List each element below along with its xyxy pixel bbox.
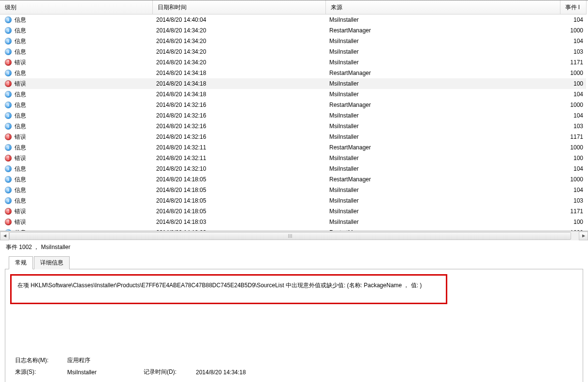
scroll-thumb[interactable] xyxy=(9,232,571,240)
error-icon xyxy=(5,155,12,162)
meta-logname-label: 日志名称(M): xyxy=(15,356,59,365)
table-row[interactable]: 错误2014/8/20 14:18:03MsiInstaller100 xyxy=(0,217,586,227)
datetime-cell: 2014/8/20 14:18:05 xyxy=(152,185,325,195)
eventid-cell: 104 xyxy=(560,36,586,46)
eventid-cell: 1000 xyxy=(560,68,586,78)
tab-details[interactable]: 详细信息 xyxy=(34,256,70,269)
source-cell: MsiInstaller xyxy=(325,15,560,26)
eventid-cell: 103 xyxy=(560,46,586,57)
eventid-cell: 1171 xyxy=(560,206,586,217)
info-icon xyxy=(5,112,12,119)
column-header-datetime[interactable]: 日期和时间 xyxy=(152,0,325,15)
meta-logname-value: 应用程序 xyxy=(67,356,135,365)
source-cell: MsiInstaller xyxy=(325,185,560,195)
datetime-cell: 2014/8/20 14:18:03 xyxy=(152,227,325,231)
datetime-cell: 2014/8/20 14:18:03 xyxy=(152,217,325,227)
source-cell: RestartManager xyxy=(325,25,560,36)
datetime-cell: 2014/8/20 14:32:11 xyxy=(152,142,325,153)
datetime-cell: 2014/8/20 14:34:18 xyxy=(152,78,325,89)
table-row[interactable]: 信息2014/8/20 14:34:20MsiInstaller104 xyxy=(0,36,586,46)
column-header-level[interactable]: 级别 xyxy=(0,0,152,15)
source-cell: RestartManager xyxy=(325,100,560,110)
table-row[interactable]: 信息2014/8/20 14:34:20MsiInstaller103 xyxy=(0,46,586,57)
event-list[interactable]: 级别 日期和时间 来源 事件 I 信息2014/8/20 14:40:04Msi… xyxy=(0,0,588,231)
datetime-cell: 2014/8/20 14:34:20 xyxy=(152,36,325,46)
table-row[interactable]: 信息2014/8/20 14:18:03RestartManager1000 xyxy=(0,227,586,231)
eventid-cell: 104 xyxy=(560,163,586,174)
eventid-cell: 1000 xyxy=(560,174,586,185)
eventid-cell: 103 xyxy=(560,121,586,132)
eventid-cell: 100 xyxy=(560,153,586,163)
eventid-cell: 104 xyxy=(560,89,586,100)
source-cell: MsiInstaller xyxy=(325,153,560,163)
level-text: 信息 xyxy=(15,16,26,24)
level-text: 错误 xyxy=(15,218,26,226)
table-row[interactable]: 信息2014/8/20 14:32:11RestartManager1000 xyxy=(0,142,586,153)
source-cell: MsiInstaller xyxy=(325,132,560,142)
datetime-cell: 2014/8/20 14:34:20 xyxy=(152,25,325,36)
info-icon xyxy=(5,91,12,98)
source-cell: MsiInstaller xyxy=(325,89,560,100)
table-row[interactable]: 信息2014/8/20 14:34:18RestartManager1000 xyxy=(0,68,586,78)
table-row[interactable]: 信息2014/8/20 14:32:10MsiInstaller104 xyxy=(0,163,586,174)
level-text: 信息 xyxy=(15,122,26,131)
info-icon xyxy=(5,16,12,23)
scroll-left-button[interactable]: ◀ xyxy=(0,232,9,240)
source-cell: MsiInstaller xyxy=(325,195,560,206)
source-cell: RestartManager xyxy=(325,227,560,231)
table-row[interactable]: 信息2014/8/20 14:34:20RestartManager1000 xyxy=(0,25,586,36)
level-text: 错误 xyxy=(15,59,26,67)
horizontal-scrollbar[interactable]: ◀ ▶ xyxy=(0,231,588,240)
level-text: 信息 xyxy=(15,90,26,99)
table-row[interactable]: 信息2014/8/20 14:18:05RestartManager1000 xyxy=(0,174,586,185)
scroll-track[interactable] xyxy=(9,232,579,240)
info-icon xyxy=(5,70,12,76)
datetime-cell: 2014/8/20 14:32:16 xyxy=(152,100,325,110)
eventid-cell: 1000 xyxy=(560,142,586,153)
table-row[interactable]: 信息2014/8/20 14:32:16MsiInstaller103 xyxy=(0,121,586,132)
source-cell: RestartManager xyxy=(325,174,560,185)
table-row[interactable]: 信息2014/8/20 14:32:16MsiInstaller104 xyxy=(0,110,586,121)
detail-title: 事件 1002 ， MsiInstaller xyxy=(0,240,588,253)
meta-logged-value: 2014/8/20 14:34:18 xyxy=(196,369,246,376)
meta-source-label: 来源(S): xyxy=(15,368,59,376)
detail-tabs: 常规 详细信息 xyxy=(0,256,588,269)
detail-message-highlight: 在项 HKLM\Software\Classes\Installer\Produ… xyxy=(10,274,447,305)
table-row[interactable]: 信息2014/8/20 14:18:05MsiInstaller104 xyxy=(0,185,586,195)
datetime-cell: 2014/8/20 14:18:05 xyxy=(152,174,325,185)
level-text: 信息 xyxy=(15,165,26,173)
level-text: 信息 xyxy=(15,144,26,152)
datetime-cell: 2014/8/20 14:34:20 xyxy=(152,57,325,68)
meta-logged-label: 记录时间(D): xyxy=(144,368,187,376)
level-text: 信息 xyxy=(15,186,26,194)
eventid-cell: 1171 xyxy=(560,132,586,142)
table-row[interactable]: 错误2014/8/20 14:34:20MsiInstaller1171 xyxy=(0,57,586,68)
table-row[interactable]: 信息2014/8/20 14:18:05MsiInstaller103 xyxy=(0,195,586,206)
table-row[interactable]: 错误2014/8/20 14:32:16MsiInstaller1171 xyxy=(0,132,586,142)
level-text: 信息 xyxy=(15,69,26,77)
meta-row-logname: 日志名称(M): 应用程序 xyxy=(15,356,135,365)
column-header-source[interactable]: 来源 xyxy=(325,0,560,15)
error-icon xyxy=(5,80,12,87)
scroll-right-button[interactable]: ▶ xyxy=(579,232,588,240)
datetime-cell: 2014/8/20 14:32:11 xyxy=(152,153,325,163)
datetime-cell: 2014/8/20 14:40:04 xyxy=(152,15,325,26)
eventid-cell: 103 xyxy=(560,195,586,206)
level-text: 错误 xyxy=(15,80,26,88)
table-row[interactable]: 错误2014/8/20 14:32:11MsiInstaller100 xyxy=(0,153,586,163)
info-icon xyxy=(5,187,12,193)
source-cell: MsiInstaller xyxy=(325,36,560,46)
error-icon xyxy=(5,59,12,66)
table-row[interactable]: 信息2014/8/20 14:40:04MsiInstaller104 xyxy=(0,15,586,26)
datetime-cell: 2014/8/20 14:34:18 xyxy=(152,89,325,100)
table-row[interactable]: 信息2014/8/20 14:32:16RestartManager1000 xyxy=(0,100,586,110)
datetime-cell: 2014/8/20 14:32:16 xyxy=(152,132,325,142)
column-header-eventid[interactable]: 事件 I xyxy=(560,0,586,15)
tab-general[interactable]: 常规 xyxy=(9,256,33,269)
table-row[interactable]: 错误2014/8/20 14:34:18MsiInstaller100 xyxy=(0,78,586,89)
table-row[interactable]: 信息2014/8/20 14:34:18MsiInstaller104 xyxy=(0,89,586,100)
level-text: 信息 xyxy=(15,48,26,56)
table-row[interactable]: 错误2014/8/20 14:18:05MsiInstaller1171 xyxy=(0,206,586,217)
datetime-cell: 2014/8/20 14:32:16 xyxy=(152,110,325,121)
eventid-cell: 1000 xyxy=(560,100,586,110)
